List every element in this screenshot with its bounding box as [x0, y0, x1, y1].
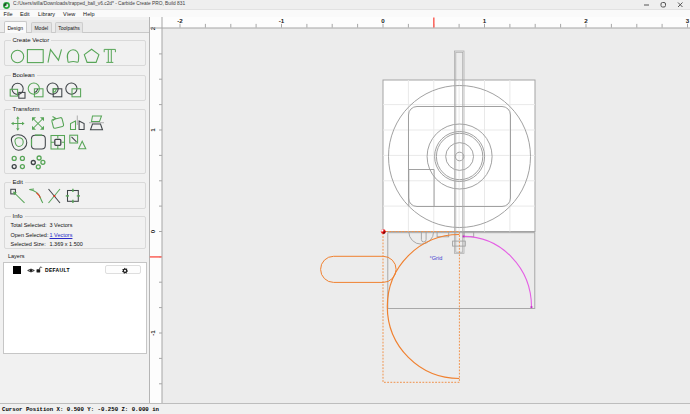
svg-text:1: 1 [483, 17, 487, 24]
svg-text:-1: -1 [279, 17, 285, 24]
svg-text:2: 2 [584, 17, 588, 24]
svg-text:0: 0 [381, 17, 385, 24]
svg-text:°Grid: °Grid [430, 255, 443, 261]
svg-text:3: 3 [686, 17, 690, 24]
svg-text:-2: -2 [177, 17, 183, 24]
